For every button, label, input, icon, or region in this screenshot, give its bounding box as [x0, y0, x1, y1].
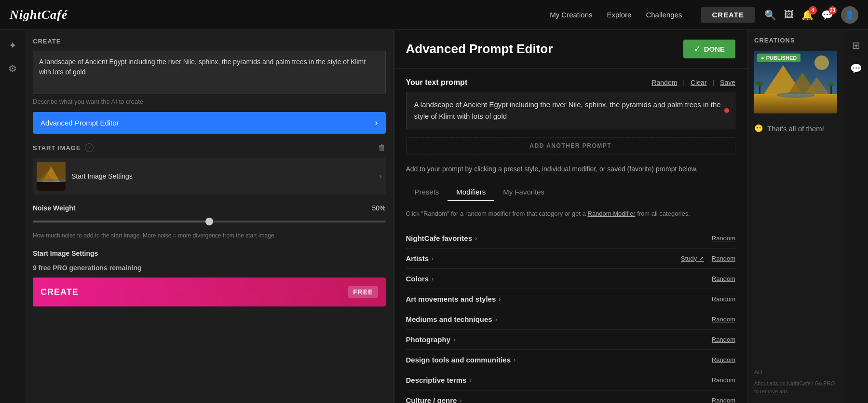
prompt-section-header: Your text prompt Random | Clear | Save: [406, 78, 736, 87]
left-panel: CREATE A landscape of Ancient Egypt incl…: [25, 30, 394, 403]
start-image-help-icon[interactable]: ?: [85, 143, 94, 152]
sidebar-icon-bar: ✦ ⚙: [0, 30, 25, 403]
modifier-mediums-techniques[interactable]: Mediums and techniques › Random: [406, 309, 736, 330]
random-link[interactable]: Random: [651, 79, 677, 86]
creations-label: CREATIONS: [754, 37, 837, 44]
random-colors-link[interactable]: Random: [712, 275, 735, 282]
modifier-chevron-icon: ›: [453, 336, 455, 343]
nav-create-button[interactable]: CREATE: [701, 7, 755, 23]
modifier-photography[interactable]: Photography › Random: [406, 330, 736, 350]
start-image-delete-icon[interactable]: 🗑: [378, 143, 386, 152]
random-culture-link[interactable]: Random: [712, 397, 735, 403]
modifier-chevron-icon: ›: [432, 275, 434, 282]
messages-icon[interactable]: 💬 23: [821, 9, 833, 21]
study-artists-link[interactable]: Study ↗: [681, 255, 704, 262]
random-artists-link[interactable]: Random: [712, 255, 735, 262]
start-image-header: START IMAGE ? 🗑: [33, 143, 386, 152]
create-free-button[interactable]: CREATE FREE: [33, 278, 386, 306]
svg-point-15: [827, 83, 834, 86]
advanced-prompt-chevron-icon: ›: [375, 118, 378, 128]
published-badge: ● PUBLISHED: [757, 54, 800, 62]
done-check-icon: ✓: [694, 44, 700, 54]
modifier-chevron-icon: ›: [432, 255, 434, 262]
editor-title: Advanced Prompt Editor: [406, 42, 553, 56]
modifier-colors[interactable]: Colors › Random: [406, 269, 736, 289]
messages-badge: 23: [828, 6, 837, 14]
svg-point-10: [776, 92, 815, 98]
create-button-label: CREATE: [41, 287, 79, 297]
nav-icon-group: 🔍 🖼 🔔 4 💬 23 👤: [764, 6, 858, 24]
random-descriptive-link[interactable]: Random: [712, 376, 735, 384]
nav-challenges[interactable]: Challenges: [646, 11, 682, 19]
click-random-hint: Click "Random" for a random modifier fro…: [406, 209, 736, 219]
start-image-thumbnail: [37, 162, 66, 191]
creation-card[interactable]: ● PUBLISHED: [754, 51, 837, 113]
clear-link[interactable]: Clear: [691, 79, 706, 86]
start-image-settings-title: Start Image Settings: [33, 250, 386, 257]
tab-presets[interactable]: Presets: [406, 183, 448, 201]
modifier-chevron-icon: ›: [469, 376, 471, 384]
modifier-chevron-icon: ›: [475, 235, 477, 242]
image-icon[interactable]: 🖼: [784, 9, 794, 20]
noise-weight-header: Noise Weight 50%: [33, 204, 386, 212]
chat-icon[interactable]: 💬: [850, 63, 862, 74]
random-mediums-link[interactable]: Random: [712, 316, 735, 323]
describe-hint: Describe what you want the AI to create: [33, 98, 386, 105]
sidebar-settings-icon[interactable]: ⚙: [8, 63, 17, 74]
advanced-prompt-editor-button[interactable]: Advanced Prompt Editor ›: [33, 112, 386, 134]
gallery-icon[interactable]: ⊞: [852, 40, 860, 51]
user-avatar[interactable]: 👤: [841, 6, 858, 24]
random-photography-link[interactable]: Random: [712, 336, 735, 343]
prompt-actions: Random | Clear | Save: [651, 79, 735, 86]
tab-my-favorites[interactable]: My Favorites: [494, 183, 553, 201]
editor-header: Advanced Prompt Editor ✓ DONE: [394, 30, 747, 69]
add-another-prompt-button[interactable]: ADD ANOTHER PROMPT: [406, 137, 736, 154]
right-icon-bar: ⊞ 💬: [844, 30, 868, 403]
app-logo: NightCafé: [10, 8, 550, 22]
free-badge: FREE: [348, 286, 378, 298]
modifier-artists[interactable]: Artists › Study ↗ Random: [406, 249, 736, 269]
random-modifier-link[interactable]: Random Modifier: [588, 210, 636, 217]
start-image-settings-row[interactable]: Start Image Settings ›: [33, 158, 386, 195]
editor-body: Your text prompt Random | Clear | Save A…: [394, 69, 747, 403]
modifier-art-movements[interactable]: Art movements and styles › Random: [406, 289, 736, 309]
prompt-display-text[interactable]: A landscape of Ancient Egypt including t…: [33, 51, 386, 94]
ad-label: AD: [754, 369, 837, 375]
top-navigation: NightCafé My Creations Explore Challenge…: [0, 0, 868, 30]
ad-section: AD About ads on NightCafe | Go PRO to re…: [754, 369, 837, 396]
done-button[interactable]: ✓ DONE: [683, 40, 735, 58]
modifier-nightcafe-favorites[interactable]: NightCafe favorites › Random: [406, 228, 736, 249]
modifier-descriptive-terms[interactable]: Descriptive terms › Random: [406, 370, 736, 390]
center-panel: Advanced Prompt Editor ✓ DONE Your text …: [394, 30, 748, 403]
main-body: ✦ ⚙ CREATE A landscape of Ancient Egypt …: [0, 30, 868, 403]
start-image-label: Start Image Settings: [71, 172, 373, 180]
your-text-prompt-label: Your text prompt: [406, 78, 468, 87]
modifier-chevron-icon: ›: [514, 356, 515, 363]
red-dot-indicator: [724, 108, 729, 113]
modifier-culture-genre[interactable]: Culture / genre › Random: [406, 390, 736, 403]
start-image-title: START IMAGE: [33, 144, 81, 152]
nav-links: My Creations Explore Challenges CREATE: [550, 7, 755, 23]
tab-modifiers[interactable]: Modifiers: [448, 183, 494, 201]
prompt-input[interactable]: A landscape of Ancient Egypt including t…: [406, 92, 736, 129]
create-section-label: CREATE: [33, 38, 386, 45]
thats-all-message: 😶 That's all of them!: [754, 124, 837, 133]
modifier-design-tools[interactable]: Design tools and communities › Random: [406, 350, 736, 370]
nav-explore[interactable]: Explore: [607, 11, 632, 19]
tabs-row: Presets Modifiers My Favorites: [406, 183, 736, 201]
notifications-badge: 4: [809, 6, 817, 14]
nav-my-creations[interactable]: My Creations: [550, 11, 592, 19]
sidebar-create-icon[interactable]: ✦: [9, 40, 17, 51]
random-design-tools-link[interactable]: Random: [712, 356, 735, 363]
right-sidebar: CREATIONS: [747, 30, 844, 403]
save-link[interactable]: Save: [720, 79, 735, 86]
notifications-icon[interactable]: 🔔 4: [801, 9, 814, 21]
random-nightcafe-link[interactable]: Random: [712, 235, 735, 242]
about-ads-link[interactable]: About ads on NightCafe: [754, 380, 811, 386]
random-art-movements-link[interactable]: Random: [712, 295, 735, 303]
noise-weight-value: 50%: [372, 204, 385, 212]
search-icon[interactable]: 🔍: [764, 9, 776, 21]
modifiers-list: NightCafe favorites › Random Artists › S…: [406, 228, 736, 403]
noise-weight-slider[interactable]: [33, 217, 386, 226]
modifier-chevron-icon: ›: [460, 397, 461, 403]
